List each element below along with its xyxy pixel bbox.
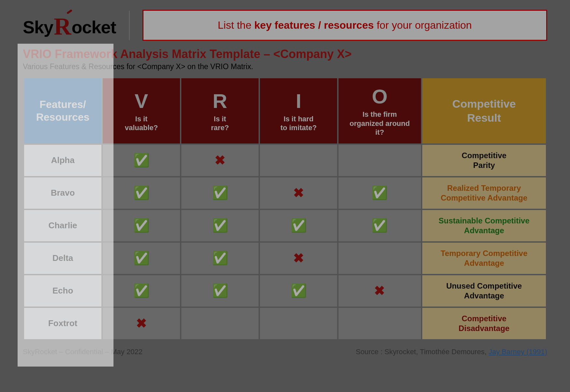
cell-o: ✖	[338, 275, 421, 307]
feature-cell: Echo	[24, 275, 101, 307]
table-row: Alpha✅✖Competitive Parity	[24, 145, 546, 176]
vrio-matrix: Features/ Resources V Is it valuable? R …	[23, 77, 547, 340]
table-row: Bravo✅✅✖✅Realized Temporary Competitive …	[24, 177, 546, 209]
footer-left: SkyRocket – Confidential – May 2022	[23, 348, 142, 356]
th-i-letter: I	[263, 89, 334, 113]
footer-right: Source : Skyrocket, Timothée Demoures, J…	[356, 348, 547, 356]
cell-r: ✖	[181, 145, 259, 176]
cell-r: ✅	[181, 275, 259, 307]
th-result-label: Competitive Result	[452, 98, 516, 124]
logo: SkyRocket	[23, 11, 116, 39]
check-icon: ✅	[133, 283, 150, 298]
result-cell: Competitive Disadvantage	[422, 308, 546, 339]
feature-cell: Delta	[24, 243, 101, 274]
th-v: V Is it valuable?	[103, 78, 180, 143]
result-cell: Competitive Parity	[422, 145, 546, 176]
logo-pre: Sky	[23, 17, 53, 37]
callout-pre: List the	[218, 19, 254, 31]
check-icon: ✅	[133, 153, 150, 167]
cross-icon: ✖	[136, 316, 147, 330]
th-o-letter: O	[342, 85, 418, 108]
cell-r: ✅	[181, 243, 259, 274]
cell-r: ✅	[181, 177, 259, 209]
check-icon: ✅	[371, 186, 388, 200]
cross-icon: ✖	[215, 153, 226, 167]
th-i-sub: Is it hard to imitate?	[263, 114, 334, 132]
logo-post: ocket	[72, 17, 116, 37]
cross-icon: ✖	[293, 251, 304, 265]
cell-r	[181, 308, 259, 339]
check-icon: ✅	[133, 251, 150, 265]
check-icon: ✅	[212, 251, 228, 265]
th-features: Features/ Resources	[24, 78, 101, 143]
footer-source-link[interactable]: Jay Barney (1991)	[488, 348, 547, 356]
footer-source-text: Source : Skyrocket, Timothée Demoures,	[356, 348, 488, 356]
cell-v: ✅	[103, 177, 180, 209]
th-o-sub: Is the firm organized around it?	[342, 110, 418, 137]
cross-icon: ✖	[374, 283, 385, 298]
cell-o	[338, 145, 421, 176]
feature-cell: Bravo	[24, 177, 101, 209]
result-cell: Realized Temporary Competitive Advantage	[422, 177, 546, 209]
logo-r: R	[53, 13, 71, 40]
feature-cell: Charlie	[24, 210, 101, 241]
th-i: I Is it hard to imitate?	[260, 78, 337, 143]
th-r-sub: Is it rare?	[185, 114, 255, 132]
cell-i: ✅	[260, 275, 337, 307]
th-v-letter: V	[106, 89, 177, 113]
cell-v: ✅	[103, 243, 180, 274]
feature-cell: Foxtrot	[24, 308, 101, 339]
check-icon: ✅	[291, 218, 307, 233]
th-result: Competitive Result	[422, 78, 546, 143]
check-icon: ✅	[133, 218, 150, 233]
result-cell: Unused Competitive Advantage	[422, 275, 546, 307]
page-title: VRIO Framework Analysis Matrix Template …	[23, 47, 547, 61]
cross-icon: ✖	[293, 186, 304, 200]
th-o: O Is the firm organized around it?	[338, 78, 421, 143]
callout-box: List the key features / resources for yo…	[142, 10, 547, 41]
cell-v: ✖	[103, 308, 180, 339]
th-r-letter: R	[185, 89, 255, 113]
table-row: Foxtrot✖Competitive Disadvantage	[24, 308, 546, 339]
check-icon: ✅	[212, 283, 228, 298]
cell-o: ✅	[338, 177, 421, 209]
check-icon: ✅	[212, 186, 228, 200]
cell-v: ✅	[103, 210, 180, 241]
result-cell: Sustainable Competitive Advantage	[422, 210, 546, 241]
cell-i: ✖	[260, 243, 337, 274]
cell-o	[338, 308, 421, 339]
cell-v: ✅	[103, 275, 180, 307]
table-row: Echo✅✅✅✖Unused Competitive Advantage	[24, 275, 546, 307]
feature-cell: Alpha	[24, 145, 101, 176]
page-subtitle: Various Features & Resources for <Compan…	[23, 62, 547, 71]
cell-i	[260, 308, 337, 339]
table-row: Charlie✅✅✅✅Sustainable Competitive Advan…	[24, 210, 546, 241]
cell-i: ✅	[260, 210, 337, 241]
cell-i	[260, 145, 337, 176]
th-features-label: Features/ Resources	[36, 98, 90, 123]
callout-bold: key features / resources	[254, 19, 374, 31]
cell-i: ✖	[260, 177, 337, 209]
check-icon: ✅	[291, 283, 307, 298]
result-cell: Temporary Competitive Advantage	[422, 243, 546, 274]
th-v-sub: Is it valuable?	[106, 114, 177, 132]
cell-o: ✅	[338, 210, 421, 241]
check-icon: ✅	[371, 218, 388, 233]
callout-post: for your organization	[374, 19, 472, 31]
check-icon: ✅	[133, 186, 150, 200]
check-icon: ✅	[212, 218, 228, 233]
cell-r: ✅	[181, 210, 259, 241]
cell-v: ✅	[103, 145, 180, 176]
divider	[129, 11, 129, 40]
th-r: R Is it rare?	[181, 78, 259, 143]
table-row: Delta✅✅✖Temporary Competitive Advantage	[24, 243, 546, 274]
cell-o	[338, 243, 421, 274]
